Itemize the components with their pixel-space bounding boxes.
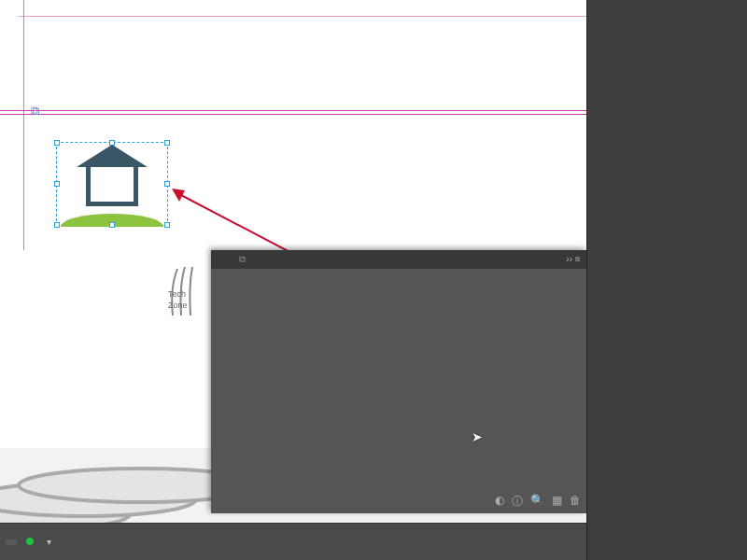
- library-tool-icon[interactable]: 🔍: [530, 494, 544, 510]
- selection-handle[interactable]: [164, 181, 170, 187]
- svg-text:Zone: Zone: [168, 301, 188, 310]
- selection-handle[interactable]: [164, 140, 170, 146]
- library-tool-icon[interactable]: 🗑: [570, 494, 581, 510]
- library-tool-icon[interactable]: ◐: [495, 494, 504, 510]
- logo-graphic: [75, 145, 149, 219]
- guide-vertical: [23, 0, 24, 250]
- status-errors: [26, 537, 37, 547]
- status-bar: ▾: [0, 523, 586, 560]
- library-panel[interactable]: ⧉ ›› ≡ ◐ ⓘ 🔍 ▦ 🗑: [211, 250, 586, 513]
- library-tool-icon[interactable]: ▦: [552, 494, 562, 510]
- guide-horizontal: [0, 110, 586, 111]
- hand-sketch: Tech Zone: [168, 259, 205, 325]
- svg-text:Tech: Tech: [168, 289, 186, 299]
- link-icon: ⧉: [31, 104, 39, 119]
- library-tool-icon[interactable]: ⓘ: [512, 494, 523, 510]
- document-tab[interactable]: [6, 539, 17, 545]
- document-canvas[interactable]: ⧉: [0, 0, 586, 250]
- mouse-cursor: ➤: [472, 429, 483, 444]
- status-dropdown-icon[interactable]: ▾: [47, 537, 51, 547]
- panel-dock: [586, 0, 747, 560]
- selection-handle[interactable]: [54, 181, 60, 187]
- panel-flyout-icon[interactable]: ›› ≡: [560, 250, 586, 269]
- placed-logo-object[interactable]: [56, 142, 168, 226]
- selection-handle[interactable]: [164, 222, 170, 228]
- selection-handle[interactable]: [109, 222, 115, 228]
- selection-handle[interactable]: [54, 140, 60, 146]
- ruler-horizontal: [19, 0, 586, 17]
- guide-horizontal: [0, 114, 586, 115]
- library-tab-bar: ⧉ ›› ≡: [211, 250, 586, 269]
- selection-handle[interactable]: [54, 222, 60, 228]
